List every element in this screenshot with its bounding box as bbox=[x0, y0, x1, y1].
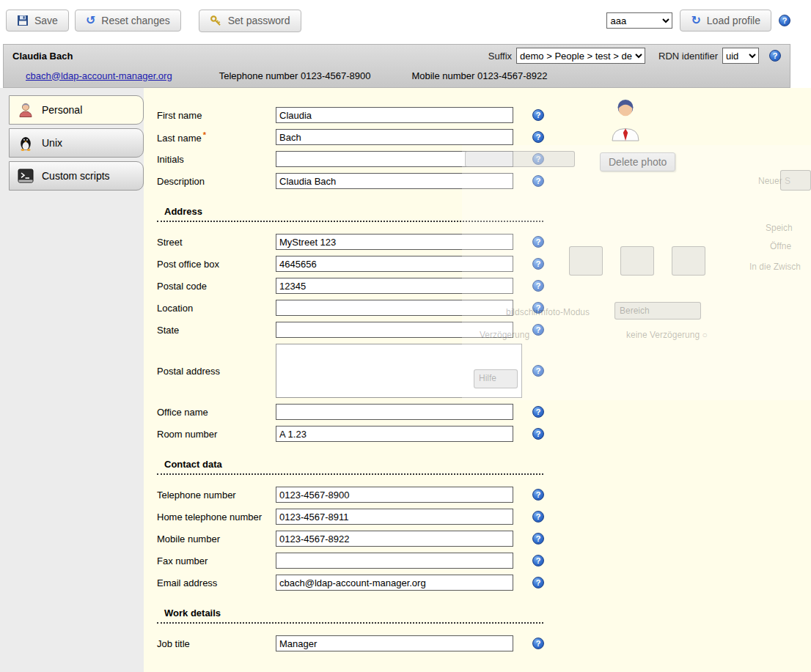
field-row: Post office box ? bbox=[157, 256, 811, 272]
initials-label: Initials bbox=[157, 154, 276, 165]
description-input[interactable] bbox=[276, 173, 513, 189]
field-row: Office name ? bbox=[157, 404, 811, 420]
help-icon[interactable]: ? bbox=[532, 511, 544, 523]
save-icon bbox=[17, 15, 29, 26]
header-mobile: Mobile number 0123-4567-8922 bbox=[411, 70, 547, 81]
location-label: Location bbox=[157, 303, 276, 314]
fax-number-input[interactable] bbox=[276, 553, 513, 569]
telephone-number-input[interactable] bbox=[276, 487, 513, 503]
tab-personal[interactable]: Personal bbox=[9, 95, 144, 125]
fax-number-label: Fax number bbox=[157, 555, 276, 566]
help-icon[interactable]: ? bbox=[532, 280, 544, 292]
help-icon[interactable]: ? bbox=[779, 15, 790, 26]
help-icon[interactable]: ? bbox=[532, 533, 544, 544]
help-icon[interactable]: ? bbox=[532, 302, 544, 314]
field-row: Room number ? bbox=[157, 426, 811, 442]
profile-select[interactable]: aaa bbox=[606, 12, 672, 29]
help-icon[interactable]: ? bbox=[532, 131, 544, 143]
photo-block: Delete photo bbox=[600, 98, 688, 171]
email-address-input[interactable] bbox=[276, 575, 513, 591]
help-icon[interactable]: ? bbox=[532, 324, 544, 336]
help-icon[interactable]: ? bbox=[769, 50, 781, 62]
save-button[interactable]: Save bbox=[6, 10, 69, 32]
state-label: State bbox=[157, 325, 276, 336]
help-icon[interactable]: ? bbox=[532, 577, 544, 588]
tab-unix-label: Unix bbox=[42, 137, 62, 149]
field-row: Initials ? bbox=[157, 151, 811, 167]
postal-address-label: Postal address bbox=[157, 366, 276, 377]
location-input[interactable] bbox=[276, 300, 513, 316]
top-toolbar: Save ↺ Reset changes Set password aaa ↻ … bbox=[0, 0, 811, 41]
field-row: Telephone number ? bbox=[157, 487, 811, 503]
help-icon[interactable]: ? bbox=[532, 428, 544, 440]
field-row: Location ? bbox=[157, 300, 811, 316]
field-row: Home telephone number ? bbox=[157, 509, 811, 525]
description-label: Description bbox=[157, 176, 276, 187]
mobile-number-input[interactable] bbox=[276, 531, 513, 547]
account-title: Claudia Bach bbox=[12, 51, 73, 62]
job-title-input[interactable] bbox=[276, 635, 513, 651]
home-telephone-number-input[interactable] bbox=[276, 509, 513, 525]
reset-icon: ↺ bbox=[86, 15, 95, 26]
load-profile-label: Load profile bbox=[707, 15, 760, 26]
postal-address-textarea[interactable] bbox=[276, 344, 522, 398]
street-label: Street bbox=[157, 237, 276, 248]
field-row: Postal code ? bbox=[157, 278, 811, 294]
field-row: Description ? bbox=[157, 173, 811, 189]
email-address-label: Email address bbox=[157, 577, 276, 588]
initials-input[interactable] bbox=[276, 151, 513, 167]
postal-code-input[interactable] bbox=[276, 278, 513, 294]
help-icon[interactable]: ? bbox=[532, 555, 544, 566]
load-profile-button[interactable]: ↻ Load profile bbox=[680, 10, 771, 32]
reset-changes-button[interactable]: ↺ Reset changes bbox=[75, 10, 181, 32]
tab-personal-label: Personal bbox=[42, 104, 82, 116]
required-marker: * bbox=[203, 130, 206, 139]
field-row: Street ? bbox=[157, 234, 811, 250]
tab-unix[interactable]: Unix bbox=[9, 128, 144, 158]
help-icon[interactable]: ? bbox=[532, 406, 544, 418]
job-title-label: Job title bbox=[157, 638, 276, 649]
module-tab-column: Personal Unix Custom scripts bbox=[0, 88, 144, 672]
help-icon[interactable]: ? bbox=[532, 489, 544, 501]
telephone-number-label: Telephone number bbox=[157, 490, 276, 501]
section-header-address: Address bbox=[157, 204, 543, 222]
room-number-input[interactable] bbox=[276, 426, 513, 442]
office-name-label: Office name bbox=[157, 407, 276, 418]
account-header: Claudia Bach Suffix demo > People > test… bbox=[3, 44, 790, 88]
field-row: Last name* ? bbox=[157, 129, 811, 145]
field-row: Mobile number ? bbox=[157, 531, 811, 547]
user-photo bbox=[609, 98, 642, 142]
first-name-input[interactable] bbox=[276, 107, 513, 123]
help-icon[interactable]: ? bbox=[532, 153, 544, 165]
post-office-box-input[interactable] bbox=[276, 256, 513, 272]
delete-photo-button[interactable]: Delete photo bbox=[600, 152, 675, 171]
help-icon[interactable]: ? bbox=[532, 638, 544, 649]
header-telephone: Telephone number 0123-4567-8900 bbox=[219, 70, 371, 81]
help-icon[interactable]: ? bbox=[532, 175, 544, 187]
section-header-work: Work details bbox=[157, 605, 543, 624]
main-area: Personal Unix Custom scripts Delete phot… bbox=[0, 88, 811, 672]
help-icon[interactable]: ? bbox=[532, 236, 544, 248]
postal-code-label: Postal code bbox=[157, 281, 276, 292]
street-input[interactable] bbox=[276, 234, 513, 250]
set-password-button[interactable]: Set password bbox=[199, 10, 301, 32]
last-name-label: Last name* bbox=[157, 130, 276, 144]
suffix-select[interactable]: demo > People > test > de bbox=[516, 48, 645, 64]
tab-custom-scripts-label: Custom scripts bbox=[42, 170, 110, 182]
help-icon[interactable]: ? bbox=[532, 258, 544, 270]
state-input[interactable] bbox=[276, 322, 513, 338]
rdn-select[interactable]: uid bbox=[722, 48, 759, 64]
post-office-box-label: Post office box bbox=[157, 259, 276, 270]
load-profile-icon: ↻ bbox=[691, 15, 700, 26]
help-icon[interactable]: ? bbox=[532, 109, 544, 121]
office-name-input[interactable] bbox=[276, 404, 513, 420]
reset-changes-label: Reset changes bbox=[101, 15, 169, 26]
rdn-label: RDN identifier bbox=[658, 51, 718, 62]
last-name-input[interactable] bbox=[276, 129, 513, 145]
field-row: State ? bbox=[157, 322, 811, 338]
personal-form: Delete photo First name ? Last name* ? I… bbox=[144, 88, 811, 672]
help-icon[interactable]: ? bbox=[532, 365, 544, 377]
account-email-link[interactable]: cbach@ldap-account-manager.org bbox=[26, 70, 172, 81]
tab-custom-scripts[interactable]: Custom scripts bbox=[9, 161, 144, 191]
terminal-icon bbox=[17, 167, 34, 185]
